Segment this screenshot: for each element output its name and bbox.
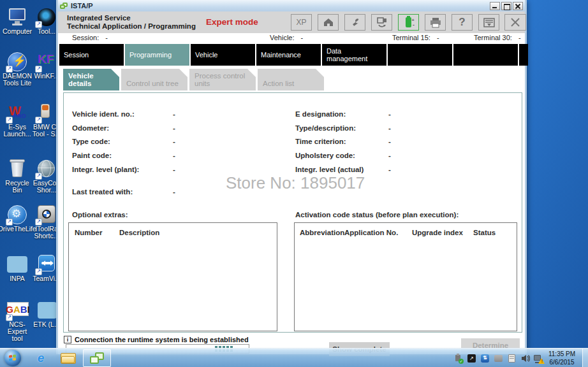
ncs-expert-icon: GABI	[7, 301, 27, 320]
field-value: -	[173, 152, 175, 159]
minimize-button[interactable]	[490, 2, 500, 10]
gray-tray-icon[interactable]	[494, 354, 503, 363]
volume-icon[interactable]	[520, 354, 530, 363]
desktop-icon-label: DriveTheLife	[0, 226, 36, 233]
maximize-button[interactable]	[501, 2, 511, 10]
subtab-vehicle-details[interactable]: Vehicle details	[63, 69, 119, 90]
print-button[interactable]	[425, 14, 446, 31]
field-value: -	[388, 110, 391, 118]
tab-session[interactable]: Session	[59, 44, 124, 66]
exit-button[interactable]	[504, 14, 526, 31]
connection-manager-button[interactable]	[371, 14, 392, 31]
field-label: E designation:	[295, 110, 346, 118]
optional-extras-table[interactable]: Number Description	[68, 222, 277, 331]
shortcut-arrow-icon	[35, 219, 42, 226]
ista-p-window: ISTA/P Integrated Service Technical Appl…	[56, 0, 527, 354]
tab-programming[interactable]: Programming	[125, 44, 189, 66]
computer-icon	[7, 8, 27, 27]
desktop-icon-esys-launcher[interactable]: W PRO E-Sys Launch...	[3, 103, 32, 138]
ie-icon: e	[38, 351, 45, 364]
field-label: Time criterion:	[295, 138, 346, 145]
system-tray: ✓ ↗ ⇅	[453, 351, 543, 365]
field-value: -	[173, 124, 175, 132]
app-title-line1: Integrated Service	[67, 14, 131, 22]
drivethelife-icon: ⚙	[7, 205, 27, 224]
clock-date: 6/6/2015	[545, 358, 579, 366]
field-value: -	[173, 138, 175, 145]
desktop-icon-recycle-bin[interactable]: Recycle Bin	[3, 159, 32, 194]
shortcut-arrow-icon	[35, 173, 42, 180]
settings-button[interactable]	[344, 14, 365, 31]
shortcut-arrow-icon	[35, 21, 42, 28]
shortcut-arrow-icon	[6, 314, 13, 321]
column-header: Description	[119, 229, 159, 236]
field-label: Type code:	[72, 138, 110, 145]
field-label: Integr. level (actual)	[295, 166, 364, 173]
shortcut-arrow-icon	[35, 117, 42, 124]
xp-button[interactable]: XP	[291, 14, 312, 31]
tab-data-management[interactable]: Data management	[322, 44, 386, 66]
activation-status-table[interactable]: Abbreviation Application No. Upgrade ind…	[294, 222, 517, 331]
close-button[interactable]	[513, 2, 523, 10]
minimize-panel-button[interactable]	[478, 14, 499, 31]
field-label: Vehicle ident. no.:	[72, 110, 135, 118]
desktop-icon-label: NCS-Expert tool	[3, 321, 32, 342]
network-warning-icon[interactable]: !	[534, 354, 543, 363]
internet-explorer-button[interactable]: e	[33, 351, 48, 365]
window-title: ISTA/P	[71, 2, 93, 10]
home-button[interactable]	[318, 14, 339, 31]
session-status-row: Session:- Vehicle:- Terminal 15:- Termin…	[58, 33, 525, 43]
clock-time: 11:35 PM	[545, 350, 579, 358]
file-explorer-button[interactable]	[61, 353, 76, 364]
bluetooth-tray-icon[interactable]: ⇅	[480, 354, 490, 363]
app-title-line2: Technical Application / Programming	[67, 22, 196, 30]
sub-tab-bar: Vehicle details Control unit tree Proces…	[58, 66, 525, 92]
desktop-icon-label: Recycle Bin	[3, 180, 32, 194]
battery-status-button[interactable]: + -	[398, 14, 419, 31]
subtab-process-control-units[interactable]: Process control units	[189, 69, 256, 90]
shortcut-arrow-icon	[6, 219, 13, 226]
tab-maintenance[interactable]: Maintenance	[256, 44, 321, 66]
subtab-control-unit-tree[interactable]: Control unit tree	[121, 69, 187, 90]
tab-empty-2	[453, 44, 518, 66]
clipboard-tray-icon[interactable]	[507, 354, 517, 363]
device-swap-icon	[376, 17, 388, 28]
app-header: Integrated Service Technical Application…	[58, 11, 525, 33]
teamviewer-icon	[36, 255, 57, 274]
field-label: Upholstery code:	[295, 152, 355, 159]
desktop-icon-inpa[interactable]: INPA	[3, 255, 32, 282]
desktop-icon-computer[interactable]: Computer	[3, 8, 32, 35]
column-header: Upgrade index	[412, 229, 463, 236]
desktop-icon-daemon-tools[interactable]: ⚡ DAEMON Tools Lite	[3, 52, 32, 87]
display-settings-icon[interactable]: ↗	[467, 354, 476, 363]
desktop-icon-label: Computer	[3, 28, 32, 35]
subtab-action-list[interactable]: Action list	[258, 69, 324, 90]
column-header: Abbreviation	[300, 229, 344, 236]
field-value: -	[388, 152, 391, 159]
tab-empty-1	[388, 44, 452, 66]
field-label: Last treated with:	[72, 188, 133, 196]
desktop-icon-label: Tool...	[38, 28, 55, 35]
column-header: Number	[75, 229, 102, 236]
wrench-icon	[349, 17, 361, 27]
tab-vehicle[interactable]: Vehicle	[191, 44, 255, 66]
field-value: -	[388, 138, 391, 145]
tab-empty-3	[519, 44, 528, 66]
activation-status-title: Activation code status (before plan exec…	[295, 211, 459, 219]
esys-launcher-icon: W PRO	[7, 103, 27, 122]
window-titlebar[interactable]: ISTA/P	[58, 0, 525, 11]
show-desktop-button[interactable]	[582, 349, 588, 367]
ista-p-taskbar-button[interactable]	[83, 349, 111, 367]
desktop-icon-drivethelife[interactable]: ⚙ DriveTheLife	[3, 205, 32, 233]
start-button[interactable]	[4, 350, 21, 366]
taskbar: e ✓ ↗ ⇅	[0, 348, 588, 367]
etk-icon	[36, 301, 57, 320]
help-button[interactable]: ?	[452, 14, 473, 31]
desktop-icon-label: WinKF...	[34, 73, 59, 80]
usb-device-icon[interactable]: ✓	[453, 354, 463, 363]
desktop-icon-ncs-expert[interactable]: GABI NCS-Expert tool	[3, 301, 32, 342]
taskbar-clock[interactable]: 11:35 PM 6/6/2015	[545, 350, 579, 366]
column-header: Status	[473, 229, 496, 236]
windows-logo-icon	[9, 354, 17, 361]
main-tab-bar: Session Programming Vehicle Maintenance …	[58, 43, 525, 66]
